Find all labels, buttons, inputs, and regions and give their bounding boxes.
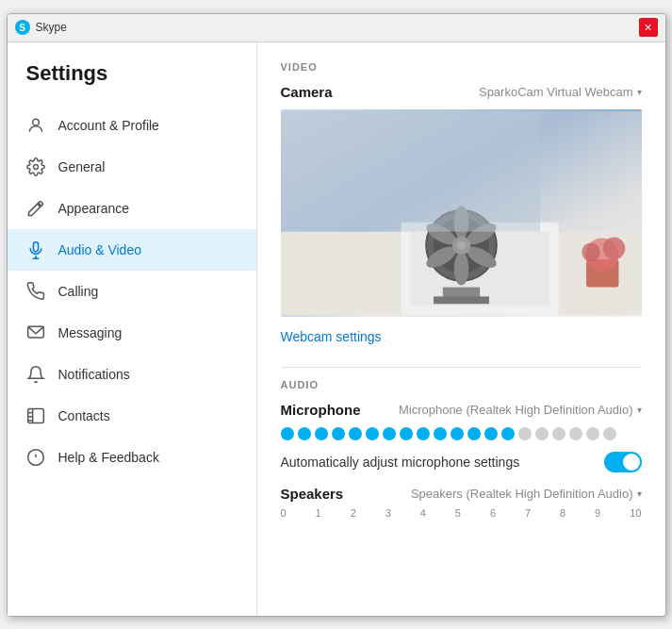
sidebar-item-general[interactable]: General — [8, 146, 256, 188]
mic-dot-20 — [603, 427, 616, 440]
contacts-icon — [26, 406, 45, 425]
mic-dot-10 — [434, 427, 447, 440]
video-audio-divider — [281, 367, 642, 368]
close-button[interactable]: ✕ — [639, 18, 658, 37]
vol-5: 5 — [455, 507, 461, 519]
sidebar-label-account: Account & Profile — [58, 118, 159, 133]
sidebar-item-appearance[interactable]: Appearance — [8, 188, 256, 229]
mic-dot-19 — [586, 427, 599, 440]
vol-2: 2 — [351, 507, 356, 519]
mic-dot-15 — [518, 427, 532, 440]
sidebar-item-contacts[interactable]: Contacts — [8, 395, 256, 437]
app-window: S Skype ✕ Settings Account & Profile Gen… — [7, 13, 666, 617]
vol-1: 1 — [316, 507, 321, 519]
mic-dot-3 — [315, 427, 328, 440]
vol-9: 9 — [595, 507, 600, 519]
sidebar-label-audio-video: Audio & Video — [58, 242, 141, 257]
sidebar-label-calling: Calling — [58, 284, 99, 299]
vol-7: 7 — [525, 507, 531, 519]
main-content: VIDEO Camera SparkoCam Virtual Webcam ▾ — [257, 42, 665, 616]
sidebar-label-appearance: Appearance — [58, 201, 130, 216]
microphone-level-indicator — [281, 427, 642, 440]
microphone-row: Microphone Microphone (Realtek High Defi… — [281, 402, 642, 418]
vol-3: 3 — [385, 507, 391, 519]
info-icon — [26, 448, 45, 467]
mic-dot-6 — [366, 427, 379, 440]
mic-dot-2 — [298, 427, 311, 440]
vol-8: 8 — [560, 507, 565, 519]
brush-icon — [26, 199, 45, 218]
mic-dot-9 — [417, 427, 430, 440]
svg-point-25 — [453, 252, 468, 285]
titlebar-left: S Skype — [15, 20, 67, 35]
sidebar-item-account[interactable]: Account & Profile — [8, 105, 256, 146]
mic-dot-12 — [467, 427, 481, 440]
camera-label: Camera — [281, 84, 333, 100]
mic-dot-16 — [535, 427, 549, 440]
camera-value: SparkoCam Virtual Webcam — [479, 85, 633, 99]
mic-dot-13 — [484, 427, 498, 440]
sidebar-item-messaging[interactable]: Messaging — [8, 312, 256, 354]
window-title: Skype — [36, 21, 67, 34]
sidebar-label-contacts: Contacts — [58, 408, 110, 423]
webcam-preview-image — [281, 109, 642, 317]
mic-dot-5 — [349, 427, 362, 440]
auto-adjust-toggle[interactable] — [604, 452, 642, 472]
sidebar-label-help: Help & Feedback — [58, 450, 159, 465]
audio-section-label: AUDIO — [281, 379, 642, 390]
webcam-preview — [281, 109, 642, 317]
sidebar-item-notifications[interactable]: Notifications — [8, 354, 256, 395]
svg-point-1 — [33, 164, 38, 169]
speakers-label: Speakers — [281, 486, 344, 502]
speakers-dropdown[interactable]: Speakers (Realtek High Definition Audio)… — [411, 487, 642, 501]
bell-icon — [26, 365, 45, 384]
svg-point-32 — [602, 237, 625, 259]
speakers-chevron-down-icon: ▾ — [637, 488, 642, 499]
person-icon — [26, 116, 45, 135]
svg-point-0 — [32, 119, 39, 125]
vol-4: 4 — [420, 507, 426, 519]
mic-dot-4 — [332, 427, 345, 440]
phone-icon — [26, 282, 45, 301]
vol-10: 10 — [630, 507, 641, 519]
video-section-label: VIDEO — [281, 61, 642, 73]
auto-adjust-row: Automatically adjust microphone settings — [281, 452, 642, 472]
mic-chevron-down-icon: ▾ — [637, 405, 642, 415]
mic-dot-17 — [552, 427, 565, 440]
camera-row: Camera SparkoCam Virtual Webcam ▾ — [281, 84, 642, 100]
svg-point-33 — [582, 242, 600, 261]
sidebar-item-audio-video[interactable]: Audio & Video — [8, 229, 256, 271]
settings-title: Settings — [8, 61, 256, 105]
mic-dot-18 — [569, 427, 582, 440]
svg-rect-19 — [434, 296, 489, 304]
gear-icon — [26, 157, 45, 176]
vol-0: 0 — [281, 507, 287, 519]
microphone-label: Microphone — [281, 402, 361, 418]
content-area: Settings Account & Profile General — [8, 42, 665, 616]
camera-dropdown[interactable]: SparkoCam Virtual Webcam ▾ — [479, 85, 642, 99]
mic-icon — [26, 240, 45, 259]
skype-logo-icon: S — [15, 20, 30, 35]
sidebar-item-calling[interactable]: Calling — [8, 271, 256, 312]
vol-6: 6 — [490, 507, 496, 519]
svg-point-29 — [456, 240, 466, 250]
svg-rect-2 — [33, 241, 38, 251]
titlebar: S Skype ✕ — [8, 14, 665, 42]
speakers-value: Speakers (Realtek High Definition Audio) — [411, 487, 633, 501]
mic-dot-11 — [451, 427, 464, 440]
mic-dot-7 — [383, 427, 396, 440]
chevron-down-icon: ▾ — [637, 87, 642, 97]
svg-rect-34 — [281, 110, 540, 231]
auto-adjust-label: Automatically adjust microphone settings — [281, 455, 520, 470]
sidebar-item-help[interactable]: Help & Feedback — [8, 437, 256, 478]
webcam-settings-link[interactable]: Webcam settings — [281, 329, 382, 344]
message-icon — [26, 323, 45, 342]
sidebar: Settings Account & Profile General — [8, 42, 257, 616]
microphone-dropdown[interactable]: Microphone (Realtek High Definition Audi… — [399, 403, 642, 417]
mic-dot-1 — [281, 427, 294, 440]
speakers-row: Speakers Speakers (Realtek High Definiti… — [281, 486, 642, 502]
mic-dot-14 — [501, 427, 515, 440]
microphone-value: Microphone (Realtek High Definition Audi… — [399, 403, 633, 417]
sidebar-label-general: General — [58, 159, 106, 174]
sidebar-label-messaging: Messaging — [58, 325, 123, 340]
